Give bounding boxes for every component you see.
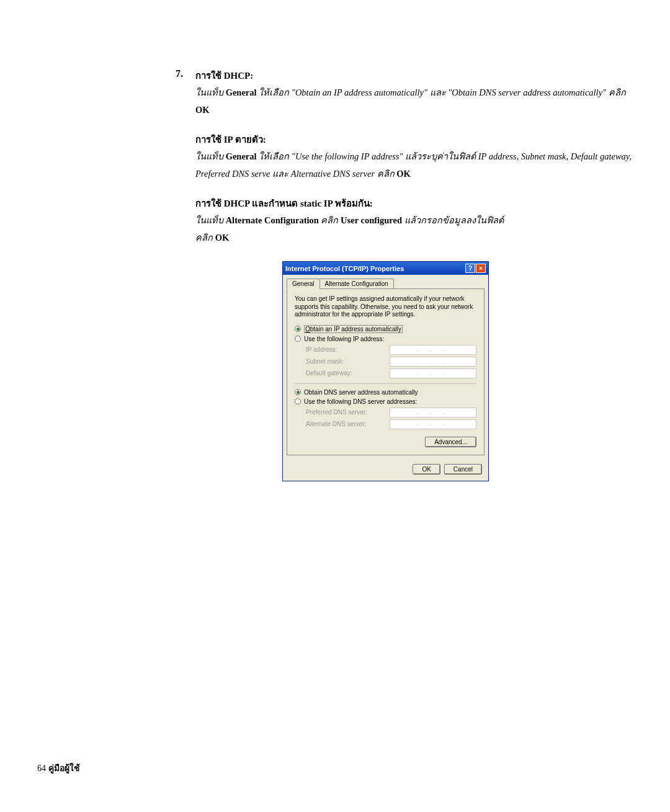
radio-label: Use the following DNS server addresses: [304, 398, 417, 405]
label-gateway: Default gateway: [306, 370, 352, 377]
step-number: 7. [171, 68, 183, 118]
radio-on-icon [295, 326, 301, 332]
cancel-button[interactable]: Cancel [444, 464, 482, 475]
help-icon[interactable]: ? [465, 264, 475, 273]
label-subnet: Subnet mask: [306, 358, 344, 365]
dialog-titlebar: Internet Protocol (TCP/IP) Properties ? … [283, 262, 488, 275]
text: General [226, 87, 257, 97]
dhcp-heading: การใช้ DHCP: [195, 68, 633, 83]
tab-alternate-configuration[interactable]: Alternate Configuration [319, 279, 394, 288]
radio-obtain-ip[interactable]: Obtain an IP address automatically [295, 325, 476, 333]
text: คลิก [319, 215, 341, 225]
label-alternate-dns: Alternate DNS server: [306, 421, 366, 427]
text: แล้วกรอกข้อมูลลงในฟิลด์ [402, 215, 504, 225]
text: User configured [341, 215, 402, 225]
text: OK [195, 105, 210, 115]
tab-general[interactable]: General [287, 279, 320, 289]
dialog-description: You can get IP settings assigned automat… [295, 295, 476, 319]
ip-address-input: . . . [390, 345, 476, 355]
radio-label: Use the following IP address: [304, 336, 384, 342]
text: คลิก [195, 233, 215, 243]
both-text: ในแท็บ Alternate Configuration คลิก User… [195, 212, 633, 246]
page-footer: 64 คู่มือผู้ใช้ [37, 761, 80, 775]
text: ในแท็บ [195, 87, 226, 97]
ok-button[interactable]: OK [413, 464, 440, 475]
radio-obtain-dns[interactable]: Obtain DNS server address automatically [295, 389, 476, 396]
alternate-dns-input: . . . [390, 419, 476, 429]
radio-use-dns[interactable]: Use the following DNS server addresses: [295, 398, 476, 405]
subnet-mask-input: . . . [390, 357, 476, 367]
text: Alternate Configuration [226, 215, 319, 225]
static-heading: การใช้ IP ตายตัว: [195, 132, 633, 147]
dialog-panel: You can get IP settings assigned automat… [287, 288, 485, 455]
preferred-dns-input: . . . [390, 408, 476, 417]
text: OK [215, 233, 230, 243]
tcpip-properties-dialog: Internet Protocol (TCP/IP) Properties ? … [282, 261, 489, 481]
text: General [226, 151, 257, 161]
radio-label: Obtain an IP address automatically [304, 325, 403, 333]
radio-use-ip[interactable]: Use the following IP address: [295, 336, 476, 342]
text: ในแท็บ [195, 151, 226, 161]
label-ip: IP address: [306, 346, 337, 353]
default-gateway-input: . . . [390, 368, 476, 378]
radio-on-icon [295, 389, 301, 395]
separator [295, 383, 476, 384]
text: Preferred DNS serve และ Alternative DNS … [195, 169, 396, 179]
both-heading: การใช้ DHCP และกำหนด static IP พร้อมกัน: [195, 196, 633, 211]
static-text: ในแท็บ General ให้เลือก "Use the followi… [195, 148, 633, 182]
text: ให้เลือก "Obtain an IP address automatic… [257, 87, 626, 97]
text: OK [396, 169, 411, 179]
close-icon[interactable]: × [476, 264, 486, 273]
dhcp-text: ในแท็บ General ให้เลือก "Obtain an IP ad… [195, 84, 633, 118]
radio-label: Obtain DNS server address automatically [304, 389, 418, 396]
text: ในแท็บ [195, 215, 226, 225]
dialog-title: Internet Protocol (TCP/IP) Properties [285, 265, 404, 272]
advanced-button[interactable]: Advanced... [425, 437, 476, 447]
radio-off-icon [295, 336, 301, 342]
text: ให้เลือก "Use the following IP address" … [257, 151, 632, 161]
footer-label: คู่มือผู้ใช้ [48, 764, 80, 773]
page-number: 64 [37, 764, 46, 773]
label-preferred-dns: Preferred DNS server: [306, 409, 367, 416]
radio-off-icon [295, 398, 301, 404]
